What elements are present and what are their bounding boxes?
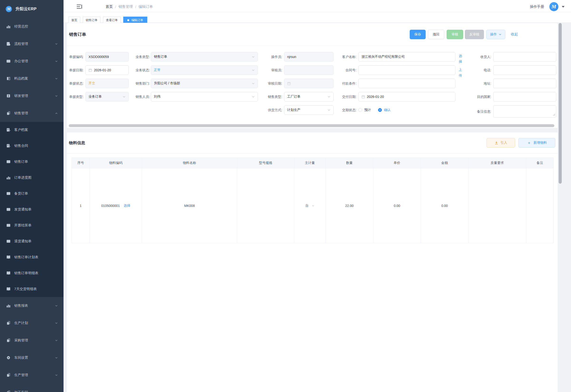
sidebar-collapse-icon[interactable] [77,4,82,9]
materials-actions: 引入 ＋ 新增物料 [487,138,555,148]
phone-input[interactable] [493,65,556,75]
breadcrumb-separator: / [115,5,116,9]
content: 销售订单 保存 撤回 审核 反审核 操作 收起 [63,23,571,392]
auditor-input [284,65,333,75]
sidebar-item-label: 销售订单计划表 [14,255,39,259]
sidebar-item-9[interactable]: 订单进度图 [0,170,63,185]
payment-terms-input[interactable] [358,79,455,88]
tab-label: 查看订单 [106,17,118,24]
chevron-down-icon [252,55,255,58]
sidebar-item-1[interactable]: 流程管理 [0,35,63,53]
sidebar-item-14[interactable]: 销售订单计划表 [0,249,63,265]
unit-price-value: 0.00 [394,204,400,208]
field-label: 销售人员: [135,92,151,101]
address-input[interactable] [493,79,556,88]
sidebar-item-8[interactable]: 销售订单 [0,154,63,170]
consignee-input[interactable] [493,52,556,62]
table-cell: 0.00 [421,168,468,243]
collapse-link[interactable]: 收起 [511,32,518,37]
sidebar-item-label: 备货订单 [14,191,28,196]
chevron-down-icon [55,322,58,324]
sidebar-item-0[interactable]: 经营总控 [0,18,63,35]
topbar-right: 操作手册 M [530,2,565,11]
page-title: 销售订单 [69,32,86,37]
sidebar-item-13[interactable]: 退货通知单 [0,233,63,249]
download-icon [495,141,498,145]
sidebar-item-label: 客户档案 [14,127,28,132]
sidebar-item-5[interactable]: 销售管理 [0,105,63,122]
sidebar-item-22[interactable]: 加工车间 [0,384,63,392]
delivery-date-input[interactable]: 2026-01-20 [358,92,455,101]
customer-select-link[interactable]: 选择 [459,53,463,64]
add-material-button[interactable]: ＋ 新增物料 [518,138,555,148]
avatar[interactable]: M [549,2,558,11]
logo-icon: M [6,6,12,12]
supply-mode-select[interactable]: 计划生产 [284,105,333,115]
unaudit-button[interactable]: 反审核 [465,30,484,39]
sidebar-item-11[interactable]: 发货通知单 [0,201,63,217]
sidebar-item-7[interactable]: 销售合同 [0,138,63,154]
dest-country-input[interactable] [493,92,556,101]
radio-estimated[interactable]: 预计 [358,108,371,112]
app-logo[interactable]: M 升阳云ERP [0,0,63,18]
sidebar-item-label: 销售合同 [14,143,28,148]
bar-chart-icon [6,25,11,28]
sidebar-item-label: 采购管理 [14,338,28,343]
radio-confirmed[interactable]: 确认 [378,108,391,112]
sidebar-item-15[interactable]: 销售订单明细表 [0,265,63,281]
operate-dropdown-button[interactable]: 操作 [486,30,505,39]
sidebar-item-label: 销售订单 [14,159,28,164]
sidebar-item-19[interactable]: 采购管理 [0,332,63,349]
sidebar-item-12[interactable]: 开票结算单 [0,217,63,233]
tab-label: 编辑订单 [131,17,143,24]
sidebar-item-20[interactable]: 车间设置 [0,349,63,366]
sidebar-item-label: 发货通知单 [14,207,32,212]
unit-select[interactable]: 台 [294,204,326,208]
sidebar-item-4[interactable]: 研发管理 [0,87,63,105]
sidebar-menu: 经营总控流程管理办公管理料品档案研发管理销售管理客户档案销售合同销售订单订单进度… [0,18,63,392]
user-dropdown-caret-icon[interactable] [562,6,565,8]
revoke-button[interactable]: 撤回 [428,30,444,39]
sidebar-item-16[interactable]: 7天交货明细表 [0,281,63,297]
breadcrumb-home[interactable]: 首页 [106,4,113,9]
open-book-icon [6,255,11,259]
sidebar-item-21[interactable]: 生产管理 [0,366,63,384]
manual-link[interactable]: 操作手册 [530,4,544,9]
audit-date-input [284,79,333,88]
operator-input: njrsun [284,52,333,62]
vertical-scrollbar[interactable] [559,23,562,184]
tab-label: 首页 [71,17,77,24]
sidebar-item-6[interactable]: 客户档案 [0,122,63,138]
field-label: 交付日期: [342,92,358,101]
contract-no-input[interactable] [358,65,455,75]
salesperson-value: 刘伟 [154,95,161,99]
biz-type-select: 销售订单 [151,52,258,62]
sidebar-item-17[interactable]: 销售报表 [0,297,63,314]
remark-textarea[interactable] [493,105,556,118]
breadcrumb-page: 编辑订单 [138,4,153,9]
customer-input[interactable]: 浙江裕兴不动产经纪有限公司 [358,52,455,62]
sales-type-select[interactable]: 工厂订单 [284,92,333,101]
sales-dept-value: 升阳公司 / 市场部 [154,81,180,85]
import-button[interactable]: 引入 [487,138,515,148]
sidebar-item-2[interactable]: 办公管理 [0,53,63,70]
table-cell: MK008 [142,168,237,243]
customer-upload-link[interactable]: 上传 [459,67,463,78]
book-icon [6,76,11,81]
field-label: 收货人: [472,52,493,62]
sidebar-item-3[interactable]: 料品档案 [0,70,63,87]
save-button[interactable]: 保存 [410,30,426,39]
table-cell: 0.00 [373,168,421,243]
bill-date-input[interactable]: 2026-01-20 [85,65,129,75]
audit-button[interactable]: 审核 [447,30,463,39]
column-header: 物料名称 [142,158,237,168]
id-card-icon [6,59,11,63]
salesperson-select[interactable]: 刘伟 [151,92,258,101]
material-select-link[interactable]: 选择 [123,204,130,208]
column-header: 主计量 [294,158,326,168]
sidebar-item-10[interactable]: 备货订单 [0,185,63,201]
sidebar-item-18[interactable]: 生产计划 [0,314,63,332]
column-header: 序号 [72,158,90,168]
horizontal-scrollbar[interactable] [69,124,554,127]
sidebar-item-label: 办公管理 [14,59,28,63]
